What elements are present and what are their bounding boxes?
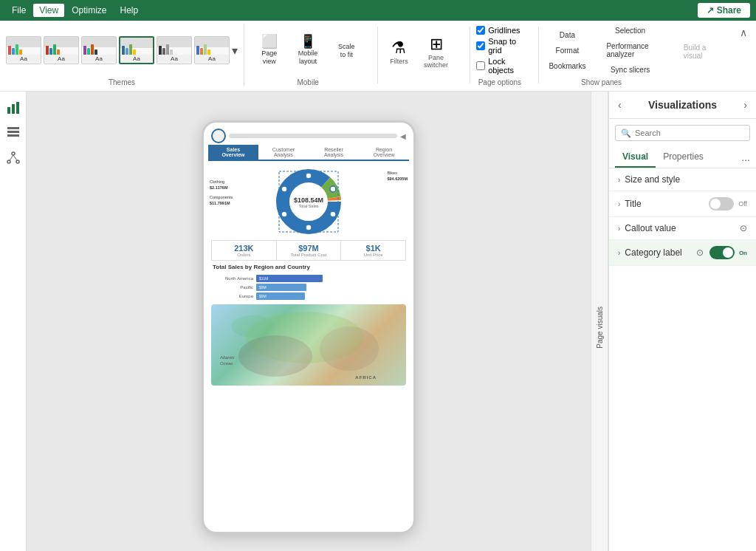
- right-panel-wrapper: Page visuals ‹ Visualizations › 🔍 Visual…: [591, 92, 756, 551]
- share-icon: ↗: [707, 5, 714, 16]
- property-row-callout[interactable]: › Callout value ⊙: [609, 217, 756, 239]
- performance-btn[interactable]: Performance analyzer: [602, 39, 658, 61]
- scale-to-fit-btn[interactable]: Scale to fit: [330, 40, 362, 61]
- theme-swatch-6[interactable]: Aa: [194, 36, 230, 64]
- data-btn[interactable]: Data: [544, 28, 590, 42]
- property-name-callout: Callout value: [625, 223, 740, 233]
- page-view-btn[interactable]: ⬜ Page view: [253, 33, 286, 67]
- property-row-size-style[interactable]: › Size and style: [609, 168, 756, 191]
- property-row-title[interactable]: › Title Off: [609, 191, 756, 216]
- donut-chart: $108.54M Total Sales: [268, 167, 349, 237]
- svg-point-8: [16, 160, 19, 163]
- menu-bar: File View Optimize Help ↗ Share: [0, 0, 756, 21]
- themes-group: Aa Aa: [6, 24, 244, 86]
- donut-center: $108.54M Total Sales: [294, 196, 323, 208]
- panel-back-btn[interactable]: ‹: [616, 97, 623, 112]
- svg-point-17: [306, 225, 312, 230]
- title-toggle[interactable]: [709, 197, 734, 211]
- build-visual-btn[interactable]: Build a visual: [679, 41, 722, 63]
- property-name-category-label: Category label: [625, 247, 696, 258]
- page-visuals-tab[interactable]: Page visuals: [591, 92, 608, 551]
- mobile-layout-btn[interactable]: 📱 Mobile layout: [289, 33, 328, 67]
- property-name-title: Title: [625, 199, 709, 209]
- show-panes-group: Data Format Bookmarks Selection Performa…: [544, 24, 664, 86]
- menu-help[interactable]: Help: [114, 4, 144, 17]
- share-button[interactable]: ↗ Share: [698, 3, 750, 18]
- map-section: AtlanticOcean AFRICA: [211, 304, 406, 386]
- phone-nav-tabs: SalesOverview CustomerAnalysis ResellerA…: [208, 145, 409, 161]
- phone-title-bar: [229, 134, 397, 138]
- vis-tab-more[interactable]: ...: [741, 151, 750, 163]
- filters-btn[interactable]: ⚗ Filters: [384, 37, 414, 66]
- stat-unit-price: $1K Unit Price: [341, 241, 405, 260]
- phone-nav-arrow: ◀: [400, 132, 406, 140]
- lock-objects-checkbox[interactable]: Lock objects: [476, 57, 523, 75]
- category-toggle-knob: [723, 247, 733, 258]
- page-options-checkboxes: Gridlines Snap to grid Lock objects: [476, 26, 523, 75]
- svg-point-22: [238, 335, 312, 377]
- mobile-label: Mobile: [297, 78, 318, 86]
- sidebar-icon-table[interactable]: [3, 123, 24, 143]
- property-name-size-style: Size and style: [625, 174, 747, 185]
- chevron-right-icon-4: ›: [618, 249, 620, 257]
- pane-switcher-btn[interactable]: ⊞ Pane switcher: [417, 33, 456, 70]
- right-panel: ‹ Visualizations › 🔍 Visual Properties .…: [608, 92, 756, 551]
- callout-actions: ⊙: [740, 223, 747, 233]
- search-box: 🔍: [615, 125, 750, 141]
- phone-mockup: ◀ SalesOverview CustomerAnalysis Reselle…: [202, 120, 416, 534]
- vis-tabs: Visual Properties ...: [609, 147, 756, 168]
- phone-tab-sales[interactable]: SalesOverview: [208, 145, 258, 160]
- sync-slicers-btn[interactable]: Sync slicers: [602, 63, 658, 77]
- bar-chart: North America $11M Pacific $9M Europe: [208, 272, 409, 303]
- menu-file[interactable]: File: [6, 4, 32, 17]
- ribbon: Aa Aa: [0, 21, 756, 92]
- format-btn[interactable]: Format: [544, 44, 590, 58]
- property-size-style: › Size and style: [609, 168, 756, 191]
- phone-tab-customer[interactable]: CustomerAnalysis: [258, 145, 309, 160]
- menu-view[interactable]: View: [33, 4, 64, 17]
- selection-btn[interactable]: Selection: [602, 24, 658, 38]
- phone-tab-reseller[interactable]: ResellerAnalysis: [309, 145, 359, 160]
- phone-header: ◀: [208, 127, 409, 145]
- theme-swatch-5[interactable]: Aa: [157, 36, 192, 64]
- chevron-right-icon-2: ›: [618, 200, 620, 208]
- themes-label: Themes: [109, 78, 135, 86]
- ribbon-divider-2: [470, 27, 470, 83]
- menu-optimize[interactable]: Optimize: [66, 4, 112, 17]
- category-toggle[interactable]: [709, 246, 735, 259]
- sidebar-icon-bar-chart[interactable]: [3, 97, 24, 118]
- panel-forward-btn[interactable]: ›: [742, 97, 749, 112]
- bookmarks-btn[interactable]: Bookmarks: [544, 59, 590, 73]
- property-row-category-label[interactable]: › Category label ⊙ On: [609, 240, 756, 265]
- scale-to-fit-label: Scale to fit: [334, 43, 358, 59]
- theme-swatch-2[interactable]: Aa: [44, 36, 79, 64]
- phone-tab-region[interactable]: RegionOverview: [359, 145, 409, 160]
- stats-row: 213K Orders $97M Total Product Cost $1K …: [211, 240, 406, 261]
- gridlines-checkbox[interactable]: Gridlines: [476, 26, 523, 35]
- theme-swatch-4[interactable]: Aa: [119, 36, 154, 64]
- bar-fill-2: $9M: [256, 284, 306, 291]
- tab-properties[interactable]: Properties: [656, 147, 711, 168]
- bar-row-3: Europe $9M: [213, 292, 405, 300]
- collapse-ribbon-btn[interactable]: ∧: [737, 24, 750, 41]
- title-toggle-label: Off: [738, 200, 747, 208]
- bar-fill-1: $11M: [256, 275, 323, 282]
- left-sidebar: [0, 92, 27, 551]
- search-input[interactable]: [615, 125, 750, 141]
- category-edit-icon[interactable]: ⊙: [696, 247, 704, 258]
- property-category-label: › Category label ⊙ On: [609, 240, 756, 266]
- category-actions: ⊙ On: [696, 246, 747, 259]
- snap-to-grid-checkbox[interactable]: Snap to grid: [476, 37, 523, 55]
- show-panes-label: Show panes: [581, 78, 622, 86]
- svg-point-19: [281, 186, 287, 192]
- themes-content: Aa Aa: [6, 24, 238, 77]
- sidebar-icon-model[interactable]: [3, 148, 24, 168]
- tab-visual[interactable]: Visual: [615, 147, 656, 168]
- theme-swatches: Aa Aa: [6, 36, 238, 64]
- theme-swatch-1[interactable]: Aa: [6, 36, 41, 64]
- svg-line-10: [13, 155, 17, 160]
- themes-dropdown-btn[interactable]: ▾: [232, 44, 238, 58]
- svg-line-9: [10, 155, 13, 160]
- theme-swatch-3[interactable]: Aa: [81, 36, 117, 64]
- callout-edit-icon[interactable]: ⊙: [740, 223, 747, 233]
